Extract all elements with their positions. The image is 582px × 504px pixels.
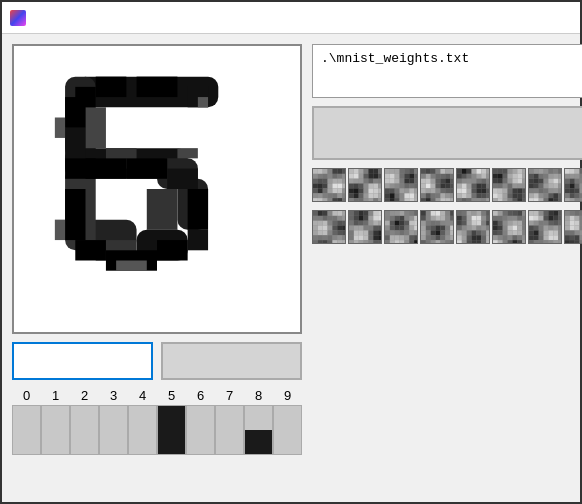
svg-rect-358 [539, 188, 544, 193]
app-icon [10, 10, 26, 26]
svg-rect-215 [450, 188, 454, 193]
bar-fill-5 [158, 406, 185, 454]
svg-rect-342 [529, 179, 534, 184]
svg-rect-732 [553, 216, 558, 221]
svg-rect-333 [553, 169, 558, 174]
svg-rect-552 [385, 230, 390, 235]
svg-rect-115 [368, 188, 373, 193]
classify-button[interactable] [12, 342, 153, 380]
svg-rect-374 [548, 198, 553, 202]
svg-rect-764 [539, 240, 544, 244]
svg-rect-769 [565, 211, 570, 216]
svg-rect-61 [342, 184, 346, 189]
load-weights-button[interactable] [312, 106, 582, 160]
svg-rect-460 [342, 230, 346, 235]
svg-rect-429 [328, 211, 333, 216]
svg-rect-724 [548, 211, 553, 216]
svg-rect-153 [385, 184, 390, 189]
svg-rect-108 [368, 184, 373, 189]
svg-rect-111 [349, 188, 354, 193]
svg-rect-102 [373, 179, 378, 184]
svg-rect-190 [431, 174, 436, 179]
maximize-button[interactable] [512, 7, 540, 29]
svg-rect-553 [390, 230, 395, 235]
svg-rect-657 [457, 235, 462, 240]
svg-rect-91 [354, 174, 359, 179]
svg-rect-587 [421, 221, 426, 226]
svg-rect-55 [313, 184, 318, 189]
svg-rect-644 [462, 226, 467, 231]
svg-rect-372 [539, 198, 544, 202]
svg-rect-261 [472, 188, 477, 193]
svg-rect-442 [323, 221, 328, 226]
svg-rect-421 [575, 198, 580, 202]
svg-rect-81 [337, 198, 342, 202]
svg-rect-509 [378, 230, 382, 235]
svg-rect-181 [421, 169, 426, 174]
svg-rect-173 [414, 193, 418, 198]
svg-rect-495 [378, 221, 382, 226]
svg-rect-446 [342, 221, 346, 226]
svg-rect-492 [364, 221, 369, 226]
filter-cell-top-4 [456, 168, 490, 202]
svg-rect-672 [498, 211, 503, 216]
weights-path-input[interactable] [312, 44, 582, 98]
close-button[interactable] [544, 7, 572, 29]
svg-rect-630 [462, 216, 467, 221]
svg-rect-69 [313, 193, 318, 198]
drawing-canvas[interactable] [12, 44, 302, 334]
svg-rect-494 [373, 221, 378, 226]
svg-rect-212 [436, 188, 441, 193]
clear-button[interactable] [161, 342, 302, 380]
svg-rect-479 [368, 211, 373, 216]
minimize-button[interactable] [480, 7, 508, 29]
svg-rect-293 [493, 179, 498, 184]
svg-rect-648 [481, 226, 486, 231]
svg-rect-448 [318, 226, 323, 231]
svg-rect-695 [508, 226, 513, 231]
svg-rect-550 [409, 226, 414, 231]
svg-rect-721 [534, 211, 539, 216]
svg-rect-248 [476, 179, 481, 184]
svg-rect-224 [426, 198, 431, 202]
svg-rect-507 [368, 230, 373, 235]
svg-rect-515 [373, 235, 378, 240]
svg-rect-137 [409, 169, 414, 174]
svg-rect-707 [498, 235, 503, 240]
svg-rect-757 [539, 235, 544, 240]
svg-rect-277 [481, 198, 486, 202]
svg-rect-354 [553, 184, 558, 189]
svg-rect-691 [522, 221, 526, 226]
svg-rect-708 [503, 235, 508, 240]
svg-rect-771 [575, 211, 580, 216]
svg-rect-97 [349, 179, 354, 184]
svg-rect-347 [553, 179, 558, 184]
svg-rect-133 [390, 169, 395, 174]
svg-rect-317 [508, 193, 513, 198]
svg-rect-104 [349, 184, 354, 189]
bar-cell-8 [244, 405, 273, 455]
svg-rect-199 [440, 179, 445, 184]
svg-rect-49 [318, 179, 323, 184]
svg-rect-523 [378, 240, 382, 244]
bar-cell-3 [99, 405, 128, 455]
svg-rect-244 [457, 179, 462, 184]
svg-rect-260 [467, 188, 472, 193]
svg-rect-513 [364, 235, 369, 240]
digit-label-7: 7 [215, 388, 244, 403]
svg-rect-505 [359, 230, 364, 235]
svg-rect-379 [575, 169, 580, 174]
svg-rect-473 [337, 240, 342, 244]
svg-rect-467 [342, 235, 346, 240]
svg-rect-727 [529, 216, 534, 221]
svg-rect-564 [409, 235, 414, 240]
svg-rect-627 [481, 211, 486, 216]
svg-rect-760 [553, 235, 558, 240]
svg-rect-600 [450, 226, 454, 231]
svg-rect-420 [570, 198, 575, 202]
svg-rect-236 [486, 169, 490, 174]
svg-rect-558 [414, 230, 418, 235]
svg-rect-671 [493, 211, 498, 216]
svg-rect-118 [349, 193, 354, 198]
svg-rect-371 [534, 198, 539, 202]
